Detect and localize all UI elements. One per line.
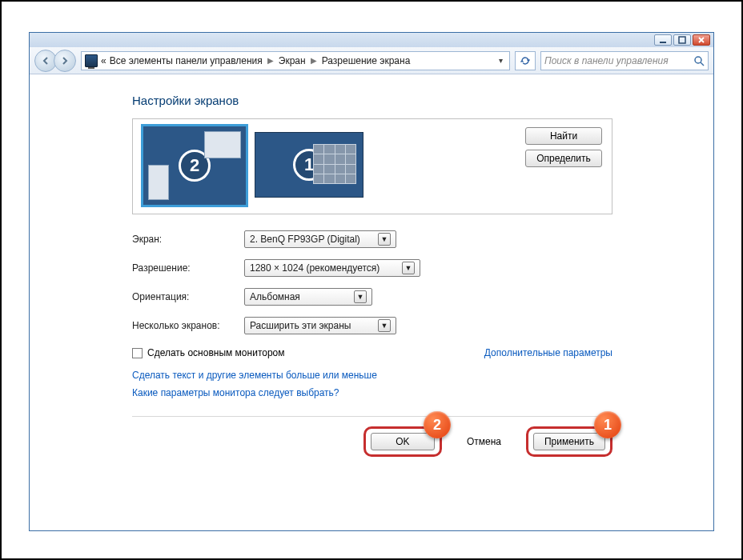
svg-point-2 (695, 57, 701, 63)
page-title: Настройки экранов (132, 94, 713, 107)
multi-display-select[interactable]: Расширить эти экраны ▼ (244, 317, 396, 334)
titlebar (30, 33, 713, 47)
address-bar[interactable]: « Все элементы панели управления ▶ Экран… (81, 51, 510, 70)
nav-arrows (34, 50, 76, 72)
apply-highlight: 1 Применить (526, 426, 612, 457)
mini-window-icon (204, 131, 241, 158)
find-button[interactable]: Найти (525, 127, 602, 145)
svg-rect-0 (660, 42, 666, 43)
breadcrumb-prefix: « (101, 55, 106, 66)
callout-badge-1: 1 (594, 411, 621, 438)
chevron-down-icon: ▼ (354, 290, 367, 303)
resolution-select[interactable]: 1280 × 1024 (рекомендуется) ▼ (244, 259, 420, 277)
chevron-icon: ▶ (309, 56, 319, 65)
orientation-select[interactable]: Альбомная ▼ (244, 288, 372, 306)
window: « Все элементы панели управления ▶ Экран… (29, 32, 714, 531)
search-input[interactable]: Поиск в панели управления (540, 51, 709, 70)
settings-form: Экран: 2. BenQ FP93GP (Digital) ▼ Разреш… (132, 230, 713, 334)
keypad-icon (313, 144, 356, 184)
svg-rect-1 (679, 37, 685, 43)
multi-label: Несколько экранов: (132, 320, 244, 331)
search-icon (693, 55, 705, 69)
search-placeholder: Поиск в панели управления (544, 55, 669, 66)
navbar: « Все элементы панели управления ▶ Экран… (30, 47, 713, 74)
cancel-wrap: Отмена (453, 427, 515, 456)
chevron-down-icon: ▼ (402, 262, 415, 274)
svg-line-3 (701, 62, 704, 66)
text-size-link[interactable]: Сделать текст и другие элементы больше и… (132, 370, 713, 381)
callout-badge-2: 2 (424, 411, 451, 438)
screen-value: 2. BenQ FP93GP (Digital) (250, 234, 360, 245)
apply-button[interactable]: Применить (533, 433, 605, 450)
orientation-label: Ориентация: (132, 291, 244, 302)
chevron-down-icon: ▼ (378, 233, 391, 246)
chevron-icon: ▶ (266, 56, 275, 65)
make-primary-row: Сделать основным монитором Дополнительны… (132, 347, 612, 358)
ok-highlight: 2 OK (363, 426, 442, 457)
monitor-2[interactable]: 2 (143, 126, 247, 206)
breadcrumb-item-1[interactable]: Все элементы панели управления (110, 55, 263, 66)
orientation-value: Альбомная (250, 291, 300, 302)
breadcrumb-item-2[interactable]: Экран (279, 55, 306, 66)
advanced-settings-link[interactable]: Дополнительные параметры (484, 347, 612, 358)
maximize-button[interactable] (673, 34, 691, 46)
breadcrumb-item-3[interactable]: Разрешение экрана (322, 55, 411, 66)
control-panel-icon (85, 54, 98, 67)
cancel-button[interactable]: Отмена (460, 434, 508, 450)
mini-window-icon (148, 165, 169, 200)
resolution-value: 1280 × 1024 (рекомендуется) (250, 262, 380, 274)
help-links: Сделать текст и другие элементы больше и… (132, 370, 713, 398)
which-params-link[interactable]: Какие параметры монитора следует выбрать… (132, 387, 713, 398)
dropdown-icon[interactable]: ▾ (496, 56, 506, 65)
resolution-label: Разрешение: (132, 262, 244, 274)
monitor-1[interactable]: 1 (255, 132, 363, 198)
make-primary-label: Сделать основным монитором (147, 347, 285, 358)
ok-button[interactable]: OK (371, 433, 435, 450)
forward-button[interactable] (54, 50, 76, 72)
screen-select[interactable]: 2. BenQ FP93GP (Digital) ▼ (244, 230, 396, 248)
make-primary-checkbox[interactable] (132, 348, 143, 358)
screen-label: Экран: (132, 234, 244, 245)
multi-value: Расширить эти экраны (250, 320, 351, 331)
minimize-button[interactable] (654, 34, 672, 46)
close-button[interactable] (693, 34, 710, 46)
chevron-down-icon: ▼ (378, 319, 391, 332)
detect-button[interactable]: Определить (525, 150, 602, 167)
refresh-button[interactable] (515, 51, 536, 70)
content-area: Настройки экранов 2 1 Найти Определить (30, 74, 713, 530)
button-row: 2 OK Отмена 1 Применить (132, 416, 612, 457)
display-preview: 2 1 Найти Определить (132, 118, 612, 214)
